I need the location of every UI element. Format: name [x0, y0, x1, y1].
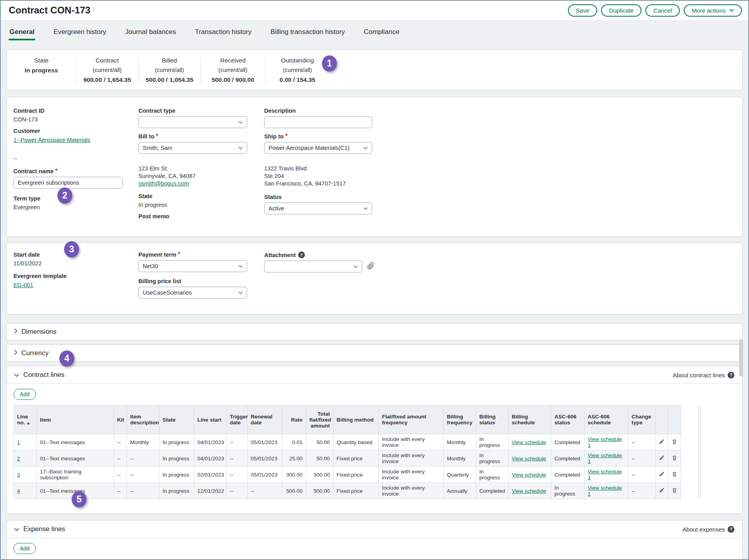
line-number-link[interactable]: 4 [17, 488, 20, 494]
col-line-start: Line start [194, 405, 227, 434]
add-contract-line-button[interactable]: Add [13, 389, 36, 400]
col-delete [668, 405, 681, 434]
chevron-down-icon [238, 291, 243, 294]
cell-change-type: -- [628, 483, 656, 499]
view-schedule-1-link[interactable]: View schedule 1 [588, 469, 622, 481]
view-schedule-1-link[interactable]: View schedule 1 [588, 436, 622, 448]
cell-item: 17--Basic training subscription [37, 467, 114, 483]
attachment-select[interactable] [264, 261, 362, 272]
page-scrollbar[interactable] [739, 339, 743, 376]
edit-row-button[interactable] [656, 483, 668, 499]
view-schedule-link[interactable]: View schedule [512, 488, 546, 494]
cell-line-start: 12/01/2022 [194, 483, 227, 499]
chevron-down-icon [238, 147, 243, 149]
summary-state-value: In progress [11, 67, 72, 74]
view-schedule-link[interactable]: View schedule [512, 439, 546, 445]
section-currency[interactable]: Currency [6, 344, 743, 362]
form-column-3: Description Ship to * Power Aerospace Ma… [264, 108, 736, 225]
view-schedule-link[interactable]: View schedule [512, 456, 546, 462]
tab-evergreen-history[interactable]: Evergreen history [53, 21, 107, 43]
col-renewal-date: Renewal date [248, 405, 282, 434]
table-scrollbar[interactable] [698, 405, 700, 499]
contract-name-label: Contract name * [13, 168, 138, 174]
contract-lines-collapse[interactable]: Contract lines [14, 371, 64, 379]
line-number-link[interactable]: 2 [17, 456, 20, 462]
cell-asc606-status: Completed [551, 450, 584, 467]
duplicate-button[interactable]: Duplicate [601, 4, 642, 17]
more-actions-button[interactable]: More actions [684, 4, 742, 17]
evergreen-template-field: Evergreen template EG-001 [13, 273, 138, 289]
section-dimensions[interactable]: Dimensions [6, 323, 743, 341]
paperclip-icon[interactable] [367, 262, 374, 271]
tab-journal-balances[interactable]: Journal balances [125, 21, 177, 43]
contract-lines-table: Line no. Item Kit Item description State… [13, 405, 681, 499]
contract-id-label: Contract ID [13, 108, 138, 114]
cell-item-description: -- [127, 450, 159, 467]
cell-rate: 0.01 [282, 434, 306, 450]
contract-name-input[interactable] [13, 177, 123, 189]
contract-type-label: Contract type [138, 108, 264, 114]
payment-term-select[interactable]: Net30 [138, 260, 247, 272]
delete-row-button[interactable] [668, 467, 681, 483]
customer-label: Customer [13, 128, 138, 134]
delete-row-button[interactable] [668, 434, 681, 450]
save-button[interactable]: Save [568, 4, 597, 17]
view-schedule-1-link[interactable]: View schedule 1 [588, 485, 622, 497]
delete-row-button[interactable] [668, 483, 681, 499]
table-row: 3 17--Basic training subscription -- -- … [14, 467, 681, 483]
cell-flat-fixed-frequency: Include with every invoice [379, 450, 444, 467]
evergreen-template-link[interactable]: EG-001 [13, 282, 33, 288]
cell-state: In progress [159, 483, 194, 499]
contract-details-form: Contract ID CON-173 Customer 1--Power Ae… [6, 97, 743, 237]
delete-row-button[interactable] [668, 450, 681, 467]
edit-row-button[interactable] [656, 434, 668, 450]
line-number-link[interactable]: 1 [17, 439, 20, 445]
ship-address-line3: San Francisco, CA, 94707-1517 [264, 180, 736, 187]
sort-ascending-icon [26, 420, 30, 426]
summary-state-label: State [11, 57, 72, 64]
status-field: Status Active [264, 194, 736, 214]
cell-asc606-status: Completed [551, 467, 584, 483]
view-schedule-1-link[interactable]: View schedule 1 [588, 452, 622, 464]
cancel-button[interactable]: Cancel [645, 4, 680, 17]
cell-rate: 25.00 [282, 450, 306, 467]
cell-line-start: 04/01/2023 [194, 434, 227, 450]
expense-lines-collapse[interactable]: Expense lines [14, 525, 65, 533]
line-number-link[interactable]: 3 [17, 472, 20, 478]
bill-to-select[interactable]: Smith, Sam [138, 142, 247, 154]
edit-row-button[interactable] [656, 467, 668, 483]
tab-billing-transaction-history[interactable]: Billing transaction history [270, 21, 346, 43]
contract-type-select[interactable] [138, 116, 247, 128]
start-date-value: 11/01/2022 [13, 260, 138, 267]
bill-to-email-link[interactable]: ssmith@bogus.com [138, 180, 189, 187]
chevron-down-icon [238, 265, 243, 268]
help-icon[interactable]: ? [728, 372, 734, 378]
cell-asc606-schedule: View schedule 1 [584, 434, 628, 450]
add-expense-line-button[interactable]: Add [13, 543, 36, 554]
tab-general[interactable]: General [9, 21, 35, 43]
contract-id-field: Contract ID CON-173 [13, 108, 138, 123]
help-icon[interactable]: ? [298, 252, 305, 258]
billing-price-list-select[interactable]: UseCaseScenarios [138, 287, 247, 299]
col-trigger-date: Trigger date [227, 405, 248, 434]
view-schedule-link[interactable]: View schedule [512, 472, 546, 478]
cell-asc606-status: Completed [551, 434, 584, 450]
edit-row-button[interactable] [656, 450, 668, 467]
customer-link[interactable]: 1--Power Aerospace Materials [13, 137, 90, 143]
customer-sub-value: -- [13, 155, 138, 162]
help-icon[interactable]: ? [728, 526, 734, 533]
ship-to-select[interactable]: Power Aerospace Materials(C1) [264, 142, 372, 154]
table-row: 1 01--Text messages -- Monthly In progre… [14, 434, 681, 450]
payment-term-label: Payment term * [138, 252, 264, 258]
summary-outstanding: Outstanding (current/all) 0.00 / 154.35 [265, 57, 329, 83]
col-line-no[interactable]: Line no. [14, 405, 37, 434]
status-select[interactable]: Active [264, 202, 372, 214]
cell-billing-status: Completed [476, 483, 509, 499]
chevron-down-icon [238, 121, 243, 124]
description-label: Description [264, 108, 736, 114]
cell-asc606-schedule: View schedule 1 [584, 483, 628, 499]
description-input[interactable] [264, 116, 372, 128]
cell-billing-status: In progress [476, 467, 509, 483]
tab-compliance[interactable]: Compliance [363, 21, 400, 43]
tab-transaction-history[interactable]: Transaction history [194, 21, 252, 43]
